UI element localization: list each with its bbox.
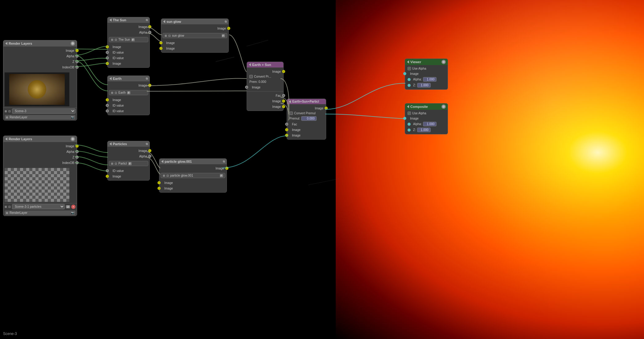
- scene-select-2[interactable]: Scene-3-1 particles: [12, 204, 65, 209]
- socket-earthsun-in-img2[interactable]: [245, 86, 248, 89]
- socket-composite-in-image[interactable]: [403, 117, 406, 120]
- close-rl2[interactable]: ×: [71, 205, 76, 209]
- socket-pglow-in-image2[interactable]: [158, 187, 161, 190]
- socket-sunglow-in-image1[interactable]: [159, 41, 162, 44]
- collapse-icon-esp: [289, 100, 291, 103]
- socket-earthsun-fac-out[interactable]: [282, 94, 285, 97]
- esp-premul-field[interactable]: 0.000: [301, 116, 317, 121]
- socket-earth-in-id1[interactable]: [106, 104, 109, 107]
- particles-header: Particles ⧉: [108, 141, 150, 147]
- render-layers-node-2[interactable]: Render Layers ⊙ Image Alpha Z IndexOB: [3, 136, 77, 216]
- socket-sun-alpha-out[interactable]: [148, 31, 151, 34]
- socket-indexob-out-1[interactable]: [76, 66, 79, 69]
- socket-alpha-out-1[interactable]: [76, 55, 79, 58]
- render-layers-node-1[interactable]: Render Layers ⊙ Image Alpha Z IndexOB: [3, 40, 77, 120]
- socket-sun-image-out[interactable]: [148, 25, 151, 28]
- composite-use-alpha: Use Alpha: [405, 111, 448, 116]
- socket-sun-in-image1[interactable]: [106, 45, 109, 48]
- earth-in-idvalue2: ID value: [108, 108, 150, 114]
- composite-node[interactable]: Composite ⊙ Use Alpha Image Alpha: 1.000…: [405, 103, 448, 134]
- socket-esp-in-img3[interactable]: [285, 134, 288, 137]
- earthsun-prem: Prem: 0.000: [247, 79, 283, 84]
- earth-node[interactable]: Earth ⧉ Image ⊞ ⊡ Earth F Image ID value: [107, 76, 150, 115]
- viewer-alpha-field[interactable]: 1.000: [423, 77, 437, 82]
- socket-earth-in-id2[interactable]: [106, 109, 109, 112]
- earth-inputs: Image ID value ID value: [108, 96, 150, 115]
- convert-pr-label: Convert Pr...: [254, 75, 271, 78]
- scene-select-1[interactable]: Scene-3: [12, 108, 76, 114]
- socket-earth-image-out[interactable]: [148, 84, 151, 87]
- socket-viewer-alpha[interactable]: [408, 78, 411, 81]
- sub-icon-sunglow: ⊞: [165, 34, 167, 37]
- socket-rl2-z-out[interactable]: [76, 156, 79, 159]
- scene-count-badge: 2: [66, 205, 70, 208]
- layer-bar-1: ⊞ RenderLayer 📷: [3, 114, 77, 120]
- socket-image-out-1[interactable]: [76, 49, 79, 52]
- composite-alpha-field[interactable]: 1.000: [423, 122, 437, 126]
- socket-particles-image-out[interactable]: [148, 149, 151, 152]
- earth-sun-header: Earth + Sun: [247, 62, 283, 67]
- viewer-z-field[interactable]: 1.000: [417, 83, 431, 88]
- collapse-icon-earthsun: [249, 63, 251, 66]
- cb-viewer-use-alpha[interactable]: [408, 67, 411, 70]
- particle-glow-title: particle glow.001: [165, 160, 192, 163]
- composite-z-field[interactable]: 1.000: [417, 128, 431, 132]
- socket-z-out-1[interactable]: [76, 60, 79, 63]
- cb-convert-pr[interactable]: [249, 75, 253, 78]
- socket-pglow-image-out[interactable]: [225, 167, 228, 170]
- socket-particles-in-id[interactable]: [106, 169, 109, 172]
- sub-icon2-sunglow: ⊡: [168, 34, 171, 37]
- socket-composite-z[interactable]: [408, 129, 411, 132]
- particles-in-idvalue: ID value: [108, 168, 150, 174]
- node-canvas: Render Layers ⊙ Image Alpha Z IndexOB: [0, 0, 644, 339]
- earth-sun-node[interactable]: Earth + Sun Image Convert Pr... Prem: 0.…: [247, 62, 284, 111]
- rl2-out-z-label: Z: [72, 156, 74, 159]
- socket-viewer-z[interactable]: [408, 84, 411, 87]
- composite-z-row: Z: 1.000: [405, 127, 448, 133]
- esp-premul-row: Premul: 0.000: [287, 116, 326, 121]
- socket-earthsun-img1-out[interactable]: [282, 100, 285, 103]
- socket-sun-in-id2[interactable]: [106, 56, 109, 59]
- sun-in-idvalue1-label: ID value: [110, 51, 124, 54]
- particles-node[interactable]: Particles ⧉ Image Alpha ⊞ ⊡ Particl F ID…: [107, 141, 150, 181]
- socket-sun-in-image2[interactable]: [106, 62, 109, 65]
- socket-earthsun-in-img1[interactable]: [282, 70, 285, 73]
- sun-in-image1: Image: [108, 44, 150, 50]
- socket-sunglow-image-out[interactable]: [227, 27, 230, 30]
- socket-esp-in-img[interactable]: [325, 107, 328, 110]
- socket-earthsun-img2-out[interactable]: [282, 105, 285, 108]
- esp-convert: Convert Premul: [287, 111, 326, 116]
- socket-particles-alpha-out[interactable]: [148, 155, 151, 158]
- composite-alpha-row: Alpha: 1.000: [405, 121, 448, 127]
- sun-out-alpha-label: Alpha: [139, 31, 147, 34]
- viewer-node[interactable]: Viewer ⊙ Use Alpha Image Alpha: 1.000 Z:…: [405, 59, 448, 90]
- socket-sunglow-in-image2[interactable]: [159, 47, 162, 50]
- render-layers-body-1: Image Alpha Z IndexOB: [3, 47, 77, 71]
- sun-glow-node[interactable]: sun glow ⧉ Image ⊞ ⊡ sun glow F Image Im…: [161, 18, 229, 53]
- socket-rl2-image-out[interactable]: [76, 145, 79, 148]
- rl2-icon-sm: ⊡: [8, 205, 11, 208]
- socket-rl2-alpha-out[interactable]: [76, 150, 79, 153]
- socket-particles-in-image[interactable]: [106, 175, 109, 178]
- the-sun-node[interactable]: The Sun ⧉ Image Alpha ⊞ ⊡ The Sun F Imag…: [107, 17, 150, 68]
- socket-rl2-indexob-out[interactable]: [76, 161, 79, 164]
- socket-earth-in-image[interactable]: [106, 98, 109, 101]
- cb-esp-convert[interactable]: [289, 112, 293, 115]
- socket-sun-in-id1[interactable]: [106, 51, 109, 54]
- sun-glow-header: sun glow ⧉: [161, 19, 228, 24]
- socket-esp-in-img2[interactable]: [285, 128, 288, 131]
- sub-icon-earth: ⊞: [111, 91, 113, 94]
- cb-composite-use-alpha[interactable]: [408, 112, 411, 115]
- sun-in-image2-label: Image: [110, 62, 121, 65]
- sub-icon2-particles: ⊡: [115, 162, 117, 165]
- socket-esp-in-fac[interactable]: [285, 123, 288, 126]
- socket-pglow-in-image1[interactable]: [158, 181, 161, 184]
- f-badge-earth: F: [127, 91, 131, 94]
- esp-in-fac-label: Fac: [289, 123, 297, 126]
- esp-in-image2: Image: [287, 127, 326, 133]
- composite-title: Composite: [410, 105, 428, 108]
- particle-glow-node[interactable]: particle glow.001 ⧉ Image ⊞ ⊡ particle g…: [159, 158, 227, 193]
- earth-sun-particl-node[interactable]: Earth+Sun+Particl Image Convert Premul P…: [287, 99, 326, 140]
- socket-composite-alpha[interactable]: [408, 123, 411, 126]
- socket-viewer-in-image[interactable]: [403, 72, 406, 75]
